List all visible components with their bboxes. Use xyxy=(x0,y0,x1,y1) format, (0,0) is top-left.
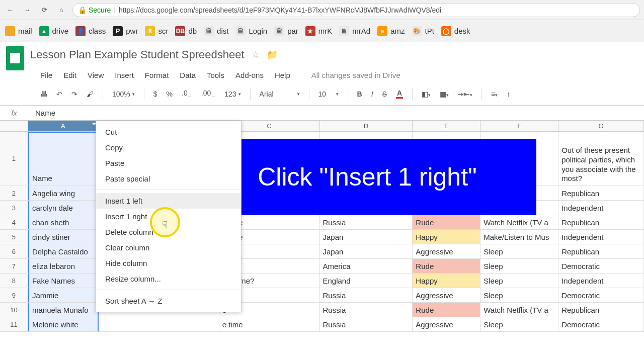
cell[interactable]: Happy xyxy=(413,274,480,288)
home-button[interactable]: ⌂ xyxy=(55,4,67,16)
v-align-button[interactable]: ↕ xyxy=(507,90,510,98)
cell[interactable] xyxy=(99,317,219,331)
menu-file[interactable]: File xyxy=(40,71,52,79)
redo-icon[interactable]: ↷ xyxy=(71,90,77,98)
row-header[interactable]: 1 xyxy=(0,132,28,186)
context-menu-item-cut[interactable]: Cut xyxy=(96,124,241,140)
cell[interactable]: Russia xyxy=(320,303,413,317)
print-icon[interactable]: 🖶 xyxy=(40,90,47,98)
bookmark-pwr[interactable]: Ppwr xyxy=(113,26,138,36)
context-menu-item-paste-special[interactable]: Paste special xyxy=(96,171,241,187)
row-header[interactable]: 8 xyxy=(0,274,28,288)
cell[interactable]: Independent xyxy=(558,274,644,288)
cell[interactable]: Japan xyxy=(320,230,413,244)
cell[interactable]: Out of these present political parties, … xyxy=(558,132,644,186)
cell[interactable]: Angelia wing xyxy=(28,186,99,200)
bookmark-dist[interactable]: 🏛dist xyxy=(204,26,228,36)
cell[interactable]: Aggressive xyxy=(413,317,480,331)
column-header-F[interactable]: F xyxy=(480,121,558,131)
bookmark-drive[interactable]: ▲drive xyxy=(39,26,69,36)
cell[interactable]: chan sheth xyxy=(28,215,99,229)
cell[interactable]: Rude xyxy=(413,215,480,229)
percent-button[interactable]: % xyxy=(167,90,173,98)
back-button[interactable]: ← xyxy=(4,4,16,16)
bookmark-db[interactable]: DBdb xyxy=(175,26,197,36)
bookmark-mail[interactable]: mail xyxy=(5,26,32,36)
menu-edit[interactable]: Edit xyxy=(63,71,76,79)
sheets-logo-icon[interactable] xyxy=(6,46,24,70)
column-header-G[interactable]: G xyxy=(558,121,644,131)
address-bar[interactable]: 🔒 Secure | https://docs.google.com/sprea… xyxy=(72,3,640,17)
row-header[interactable]: 4 xyxy=(0,215,28,229)
context-menu-item-clear-column[interactable]: Clear column xyxy=(96,240,241,255)
menu-format[interactable]: Format xyxy=(145,71,169,79)
context-menu-item-resize-column-[interactable]: Resize column... xyxy=(96,271,241,287)
bold-button[interactable]: B xyxy=(357,90,362,98)
menu-view[interactable]: View xyxy=(88,71,104,79)
context-menu-item-copy[interactable]: Copy xyxy=(96,140,241,155)
increase-decimal-button[interactable]: .00→ xyxy=(201,89,215,99)
select-all-corner[interactable] xyxy=(0,121,28,131)
cell[interactable]: cindy stiner xyxy=(28,230,99,244)
menu-insert[interactable]: Insert xyxy=(115,71,134,79)
cell[interactable]: Sleep xyxy=(480,244,558,258)
context-menu-item-delete-column[interactable]: Delete column xyxy=(96,224,241,240)
reload-button[interactable]: ⟳ xyxy=(38,4,50,16)
row-header[interactable]: 5 xyxy=(0,230,28,244)
cell[interactable]: Melonie white xyxy=(28,317,99,331)
context-menu-item-paste[interactable]: Paste xyxy=(96,155,241,171)
text-color-button[interactable]: A xyxy=(396,89,403,99)
merge-button[interactable]: ⇥⇤▾ xyxy=(458,90,472,98)
cell[interactable]: Japan xyxy=(320,244,413,258)
bookmark-desk[interactable]: ◯desk xyxy=(441,26,470,36)
star-icon[interactable]: ☆ xyxy=(252,49,260,60)
bookmark-tPt[interactable]: 🎨tPt xyxy=(412,26,434,36)
cell[interactable]: Jammie xyxy=(28,288,99,302)
cell[interactable]: Name xyxy=(28,132,99,186)
context-menu-item-insert-1-right[interactable]: Insert 1 right xyxy=(96,209,241,224)
fill-color-button[interactable]: ◧▾ xyxy=(422,90,431,98)
cell[interactable]: Happy xyxy=(413,230,480,244)
h-align-button[interactable]: ≡▾ xyxy=(491,90,498,98)
currency-button[interactable]: $ xyxy=(153,90,157,98)
cell[interactable]: America xyxy=(320,259,413,273)
strikethrough-button[interactable]: S xyxy=(382,90,387,98)
undo-icon[interactable]: ↶ xyxy=(56,90,62,98)
column-header-D[interactable]: D xyxy=(320,121,413,131)
cell[interactable]: Republican xyxy=(558,303,644,317)
cell[interactable]: Democratic xyxy=(558,317,644,331)
cell[interactable]: eliza lebaron xyxy=(28,259,99,273)
bookmark-mrAd[interactable]: 🗎mrAd xyxy=(339,26,370,36)
cell[interactable]: Watch Netflix (TV a xyxy=(480,215,558,229)
menu-help[interactable]: Help xyxy=(275,71,290,79)
cell[interactable]: Sleep xyxy=(480,274,558,288)
zoom-select[interactable]: 100% ▾ xyxy=(112,90,135,98)
context-menu-item-insert-1-left[interactable]: Insert 1 left xyxy=(96,193,241,209)
cell[interactable]: Sleep xyxy=(480,288,558,302)
formula-value[interactable]: Name xyxy=(28,109,55,117)
cell[interactable]: Fake Names xyxy=(28,274,99,288)
decrease-decimal-button[interactable]: .0← xyxy=(182,89,192,99)
context-menu-item-sort-sheet-a-z[interactable]: Sort sheet A → Z xyxy=(96,293,241,309)
cell[interactable]: Sleep xyxy=(480,259,558,273)
bookmark-amz[interactable]: aamz xyxy=(377,26,405,36)
cell[interactable]: Aggressive xyxy=(413,288,480,302)
cell[interactable]: Democratic xyxy=(558,259,644,273)
context-menu-item-hide-column[interactable]: Hide column xyxy=(96,255,241,271)
cell[interactable]: Aggressive xyxy=(413,244,480,258)
bookmark-Login[interactable]: 🏛Login xyxy=(235,26,267,36)
row-header[interactable]: 2 xyxy=(0,186,28,200)
italic-button[interactable]: I xyxy=(371,90,373,98)
cell[interactable]: manuela Munafo xyxy=(28,303,99,317)
menu-add-ons[interactable]: Add-ons xyxy=(235,71,264,79)
cell[interactable]: Russia xyxy=(320,288,413,302)
forward-button[interactable]: → xyxy=(21,4,33,16)
document-title[interactable]: Lesson Plan Example Student Spreedsheet xyxy=(30,48,245,61)
menu-data[interactable]: Data xyxy=(180,71,196,79)
column-header-A[interactable]: A xyxy=(28,121,99,131)
row-header[interactable]: 3 xyxy=(0,201,28,215)
cell[interactable]: Russia xyxy=(320,215,413,229)
bookmark-class[interactable]: 👤class xyxy=(75,26,106,36)
menu-tools[interactable]: Tools xyxy=(207,71,224,79)
cell[interactable]: Watch Netflix (TV a xyxy=(480,303,558,317)
